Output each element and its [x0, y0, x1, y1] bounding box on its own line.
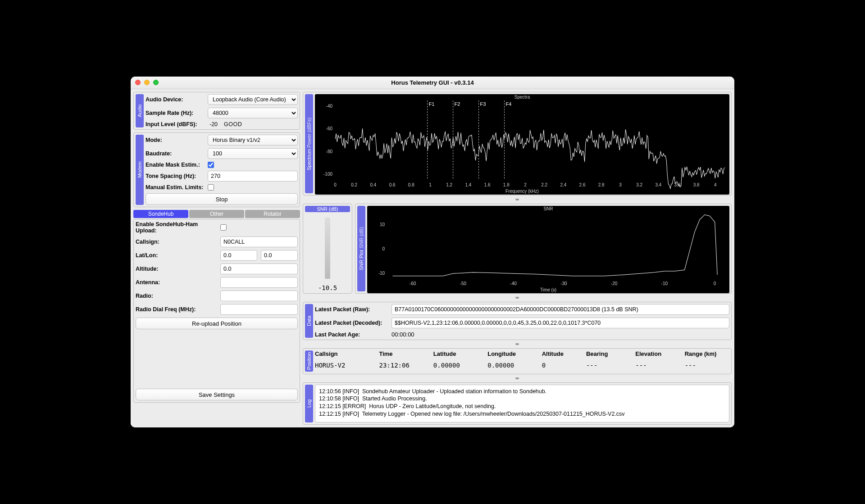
decoded-packet-label: Latest Packet (Decoded): — [315, 320, 387, 326]
callsign-label: Callsign: — [136, 239, 217, 245]
svg-text:-10: -10 — [378, 271, 385, 276]
tone-spacing-label: Tone Spacing (Hz): — [146, 173, 204, 179]
callsign-input[interactable] — [220, 236, 298, 247]
window-minimize-button[interactable] — [144, 80, 150, 85]
window-maximize-button[interactable] — [153, 80, 159, 85]
svg-text:F2: F2 — [455, 102, 460, 107]
svg-text:-100: -100 — [323, 172, 332, 177]
tab-sondehub[interactable]: SondeHub — [133, 210, 188, 218]
svg-text:-20: -20 — [611, 281, 618, 286]
tone-spacing-input[interactable] — [208, 171, 298, 182]
splitter-3[interactable] — [303, 343, 732, 345]
dial-freq-input[interactable] — [220, 304, 298, 315]
manual-estim-checkbox[interactable] — [208, 184, 214, 191]
mode-select[interactable]: Horus Binary v1/v2 — [208, 135, 298, 145]
svg-text:0.8: 0.8 — [408, 182, 414, 187]
svg-text:0.2: 0.2 — [351, 182, 357, 187]
svg-text:Time (s): Time (s) — [540, 287, 556, 292]
pos-h-range: Range (km) — [685, 350, 729, 357]
snr-gauge-value: -10.5 — [318, 284, 337, 291]
svg-text:-60: -60 — [326, 127, 333, 132]
lat-input[interactable] — [220, 250, 257, 261]
svg-text:3: 3 — [619, 182, 622, 187]
altitude-label: Altitude: — [136, 266, 217, 272]
baudrate-label: Baudrate: — [146, 150, 204, 157]
svg-text:10: 10 — [380, 222, 385, 227]
position-panel: Position Callsign Time Latitude Longitud… — [303, 348, 732, 374]
svg-text:1.2: 1.2 — [446, 182, 452, 187]
pos-h-time: Time — [379, 350, 428, 357]
svg-text:3.8: 3.8 — [693, 182, 700, 187]
svg-text:3.2: 3.2 — [636, 182, 642, 187]
pos-v-bearing: --- — [586, 362, 631, 369]
enable-upload-label: Enable SondeHub-Ham Upload: — [136, 221, 217, 234]
pos-h-lon: Longitude — [487, 350, 537, 357]
reupload-position-button[interactable]: Re-upload Position — [136, 318, 298, 329]
audio-device-select[interactable]: Loopback Audio (Core Audio) — [208, 94, 298, 105]
decoded-packet-field[interactable] — [392, 318, 729, 328]
raw-packet-field[interactable] — [392, 304, 729, 315]
pos-v-lon: 0.00000 — [487, 362, 537, 369]
pos-v-callsign: HORUS-V2 — [315, 362, 374, 369]
svg-text:-50: -50 — [460, 281, 467, 286]
enable-upload-checkbox[interactable] — [220, 224, 227, 231]
manual-estim-label: Manual Estim. Limits: — [146, 184, 204, 191]
tab-rotator[interactable]: Rotator — [245, 210, 300, 218]
pos-v-range: --- — [685, 362, 729, 369]
lon-input[interactable] — [261, 250, 298, 261]
sample-rate-label: Sample Rate (Hz): — [146, 110, 204, 116]
svg-text:2.4: 2.4 — [560, 182, 566, 187]
stop-button[interactable]: Stop — [146, 193, 298, 205]
mask-estim-label: Enable Mask Estim.: — [146, 162, 204, 168]
upload-panel: SondeHub Other Rotator Enable SondeHub-H… — [133, 210, 300, 403]
baudrate-select[interactable]: 100 — [208, 148, 298, 159]
svg-text:-10: -10 — [661, 281, 668, 286]
snr-plot[interactable]: SNR-10010-60-50-40-30-20-100Time (s) — [367, 206, 729, 293]
pos-h-alt: Altitude — [542, 350, 582, 357]
svg-text:1.4: 1.4 — [465, 182, 471, 187]
spectrum-section-label: Spectrum Power (dBFs) — [305, 94, 313, 193]
titlebar[interactable]: Horus Telemetry GUI - v0.3.14 — [131, 77, 734, 89]
position-section-label: Position — [305, 350, 313, 372]
pos-h-elev: Elevation — [635, 350, 680, 357]
svg-text:F4: F4 — [506, 102, 512, 107]
latlon-label: Lat/Lon: — [136, 252, 217, 259]
log-textarea[interactable]: 12:10:56 [INFO] Sondehub Amateur Uploade… — [315, 385, 729, 422]
svg-text:Frequency (kHz): Frequency (kHz) — [505, 189, 539, 194]
spectrum-plot[interactable]: Spectra-40-60-80-10000.20.40.60.811.21.4… — [315, 94, 729, 195]
input-level-label: Input Level (dBFS): — [146, 121, 204, 127]
snr-gauge: SNR (dB) -10.5 — [303, 204, 352, 294]
pos-v-alt: 0 — [542, 362, 582, 369]
modem-section-label: Modem — [136, 135, 144, 205]
svg-text:0: 0 — [334, 182, 337, 187]
svg-text:-60: -60 — [410, 281, 416, 286]
splitter-2[interactable] — [303, 296, 732, 299]
radio-input[interactable] — [220, 291, 298, 301]
splitter-4[interactable] — [303, 377, 732, 380]
altitude-input[interactable] — [220, 263, 298, 274]
log-section-label: Log — [305, 385, 313, 422]
snr-gauge-bar — [325, 218, 330, 279]
raw-packet-label: Latest Packet (Raw): — [315, 306, 387, 313]
sample-rate-select[interactable]: 48000 — [208, 108, 298, 118]
svg-text:1: 1 — [429, 182, 432, 187]
pos-h-lat: Latitude — [433, 350, 483, 357]
app-window: Horus Telemetry GUI - v0.3.14 Audio Audi… — [131, 77, 734, 427]
svg-text:-40: -40 — [510, 281, 517, 286]
pos-v-elev: --- — [635, 362, 680, 369]
audio-section-label: Audio — [136, 94, 144, 127]
antenna-input[interactable] — [220, 277, 298, 288]
data-panel: Data Latest Packet (Raw): Latest Packet … — [303, 302, 732, 340]
svg-text:2.2: 2.2 — [541, 182, 547, 187]
window-close-button[interactable] — [135, 80, 141, 85]
svg-text:-40: -40 — [326, 104, 333, 109]
log-panel: Log 12:10:56 [INFO] Sondehub Amateur Upl… — [303, 382, 732, 425]
mask-estim-checkbox[interactable] — [208, 162, 214, 168]
pos-h-bearing: Bearing — [586, 350, 631, 357]
splitter-1[interactable] — [303, 198, 732, 201]
svg-text:0.6: 0.6 — [389, 182, 396, 187]
mode-label: Mode: — [146, 137, 204, 143]
save-settings-button[interactable]: Save Settings — [136, 389, 298, 400]
tab-other[interactable]: Other — [189, 210, 244, 218]
spectrum-panel: Spectrum Power (dBFs) Spectra-40-60-80-1… — [303, 92, 732, 195]
